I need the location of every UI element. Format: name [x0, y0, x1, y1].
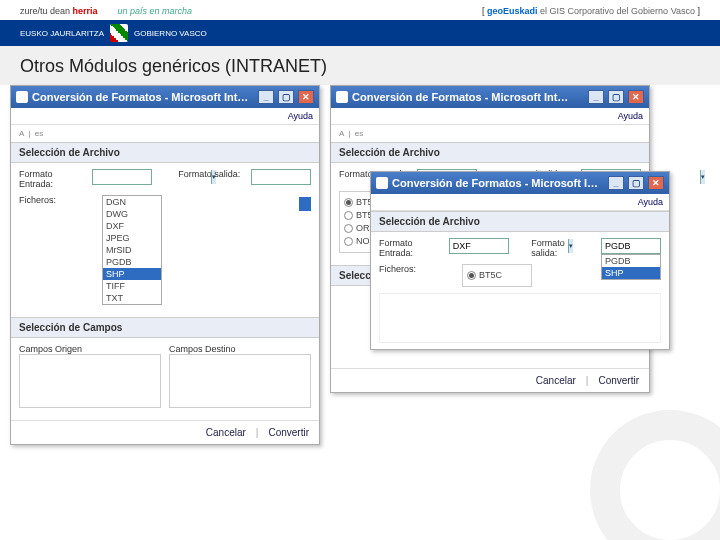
- radio-icon: [344, 211, 353, 220]
- label-salida: Formato salida:: [178, 169, 243, 179]
- listbox-option[interactable]: SHP: [602, 267, 660, 279]
- convert-link[interactable]: Convertir: [268, 427, 309, 438]
- cancel-link[interactable]: Cancelar: [206, 427, 246, 438]
- radio-icon: [344, 237, 353, 246]
- listbox-option[interactable]: DXF: [103, 220, 161, 232]
- listbox-formatos[interactable]: DGNDWGDXFJPEGMrSIDPGDBSHPTIFFTXT: [102, 195, 162, 305]
- help-link[interactable]: Ayuda: [288, 111, 313, 121]
- convert-link[interactable]: Convertir: [598, 375, 639, 386]
- listbox-salida-open[interactable]: PGDBSHP: [601, 254, 661, 280]
- window-formatos-3: Conversión de Formatos - Microsoft Int… …: [370, 171, 670, 350]
- label-entrada: Formato Entrada:: [19, 169, 84, 189]
- label-destino: Campos Destino: [169, 344, 311, 354]
- gov-strip: EUSKO JAURLARITZA GOBIERNO VASCO: [0, 20, 720, 46]
- titlebar[interactable]: Conversión de Formatos - Microsoft Int… …: [371, 172, 669, 194]
- shield-icon: [110, 24, 128, 42]
- window-title: Conversión de Formatos - Microsoft Int…: [392, 177, 604, 189]
- label-ficheros: Ficheros:: [19, 195, 94, 205]
- fieldbox-origen[interactable]: [19, 354, 161, 408]
- chevron-down-icon[interactable]: ▾: [700, 170, 705, 184]
- combo-entrada[interactable]: ▾: [92, 169, 152, 185]
- brand-header: zure/tu dean herria un país en marcha [ …: [0, 0, 720, 20]
- close-button[interactable]: ✕: [648, 176, 664, 190]
- radio-icon: [344, 198, 353, 207]
- fieldbox-destino[interactable]: [169, 354, 311, 408]
- app-icon: [376, 177, 388, 189]
- radio-option[interactable]: BT5C: [467, 269, 527, 282]
- combo-salida[interactable]: ▾: [251, 169, 311, 185]
- listbox-option[interactable]: JPEG: [103, 232, 161, 244]
- help-link[interactable]: Ayuda: [638, 197, 663, 207]
- combo-salida-input[interactable]: [602, 240, 720, 252]
- page-title: Otros Módulos genéricos (INTRANET): [0, 46, 720, 85]
- maximize-button[interactable]: ▢: [608, 90, 624, 104]
- radio-group-cartografia[interactable]: BT5C: [462, 264, 532, 287]
- minimize-button[interactable]: _: [588, 90, 604, 104]
- minimize-button[interactable]: _: [608, 176, 624, 190]
- radio-icon: [467, 271, 476, 280]
- combo-entrada[interactable]: ▾: [449, 238, 509, 254]
- listbox-option[interactable]: DWG: [103, 208, 161, 220]
- listbox-option[interactable]: SHP: [103, 268, 161, 280]
- maximize-button[interactable]: ▢: [628, 176, 644, 190]
- close-button[interactable]: ✕: [298, 90, 314, 104]
- window-formatos-1: Conversión de Formatos - Microsoft Int… …: [10, 85, 320, 445]
- listbox-option[interactable]: PGDB: [602, 255, 660, 267]
- app-icon: [16, 91, 28, 103]
- label-origen: Campos Origen: [19, 344, 161, 354]
- listbox-option[interactable]: PGDB: [103, 256, 161, 268]
- section-header-archivo: Selección de Archivo: [11, 142, 319, 163]
- separator: |: [586, 375, 589, 386]
- listbox-option[interactable]: TIFF: [103, 280, 161, 292]
- app-icon: [336, 91, 348, 103]
- listbox-option[interactable]: MrSID: [103, 244, 161, 256]
- section-header-archivo: Selección de Archivo: [331, 142, 649, 163]
- pais-mark: un país en marcha: [118, 6, 193, 16]
- cancel-link[interactable]: Cancelar: [536, 375, 576, 386]
- listbox-option[interactable]: DGN: [103, 196, 161, 208]
- section-header-archivo: Selección de Archivo: [371, 211, 669, 232]
- label-salida: Formato salida:: [531, 238, 593, 258]
- separator: |: [256, 427, 259, 438]
- label-ficheros: Ficheros:: [379, 264, 454, 274]
- titlebar[interactable]: Conversión de Formatos - Microsoft Int… …: [331, 86, 649, 108]
- maximize-button[interactable]: ▢: [278, 90, 294, 104]
- geo-brand: [ geoEuskadi el GIS Corporativo del Gobi…: [482, 6, 700, 16]
- herria-mark: zure/tu dean herria: [20, 6, 98, 16]
- listbox-option[interactable]: TXT: [103, 292, 161, 304]
- radio-icon: [344, 224, 353, 233]
- titlebar[interactable]: Conversión de Formatos - Microsoft Int… …: [11, 86, 319, 108]
- combo-salida[interactable]: ▾: [601, 238, 661, 254]
- minimize-button[interactable]: _: [258, 90, 274, 104]
- scrollbar-stub[interactable]: [299, 197, 311, 211]
- help-link[interactable]: Ayuda: [618, 111, 643, 121]
- close-button[interactable]: ✕: [628, 90, 644, 104]
- window-title: Conversión de Formatos - Microsoft Int…: [32, 91, 254, 103]
- window-title: Conversión de Formatos - Microsoft Int…: [352, 91, 584, 103]
- label-entrada: Formato Entrada:: [379, 238, 441, 258]
- section-header-campos: Selección de Campos: [11, 317, 319, 338]
